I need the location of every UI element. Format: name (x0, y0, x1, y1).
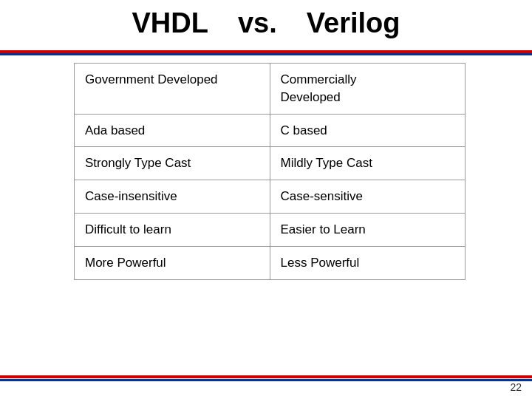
table-cell-4-col2: Easier to Learn (270, 213, 466, 246)
table-cell-2-col1: Strongly Type Cast (75, 147, 270, 180)
table-cell-5-col1: More Powerful (75, 246, 270, 279)
table-cell-3-col1: Case-insensitive (75, 180, 270, 214)
table-cell-1-col1: Ada based (75, 114, 270, 147)
title-area: VHDL vs. Verilog (0, 7, 532, 39)
page-container: VHDL vs. Verilog Government DevelopedCom… (0, 0, 532, 399)
table-cell-0-col1: Government Developed (75, 64, 270, 115)
title-verilog: Verilog (307, 7, 400, 39)
title-vhdl: VHDL (132, 7, 208, 39)
table-row: More PowerfulLess Powerful (75, 246, 466, 279)
table-cell-0-col2: CommerciallyDeveloped (270, 64, 466, 115)
table-cell-2-col2: Mildly Type Cast (270, 147, 466, 180)
table-row: Difficult to learnEasier to Learn (75, 213, 466, 246)
table-cell-1-col2: C based (270, 114, 466, 147)
table-cell-4-col1: Difficult to learn (75, 213, 270, 246)
table-cell-3-col2: Case-sensitive (270, 180, 466, 214)
table-row: Ada basedC based (75, 114, 466, 147)
page-number: 22 (510, 381, 522, 393)
bottom-line-red (0, 375, 532, 378)
table-row: Case-insensitiveCase-sensitive (75, 180, 466, 214)
top-line-blue (0, 53, 532, 55)
comparison-table: Government DevelopedCommerciallyDevelope… (74, 63, 466, 280)
comparison-table-container: Government DevelopedCommerciallyDevelope… (74, 63, 466, 280)
table-cell-5-col2: Less Powerful (270, 246, 466, 279)
title-vs: vs. (238, 7, 277, 39)
table-row: Government DevelopedCommerciallyDevelope… (75, 64, 466, 115)
table-row: Strongly Type CastMildly Type Cast (75, 147, 466, 180)
bottom-line-blue (0, 379, 532, 381)
